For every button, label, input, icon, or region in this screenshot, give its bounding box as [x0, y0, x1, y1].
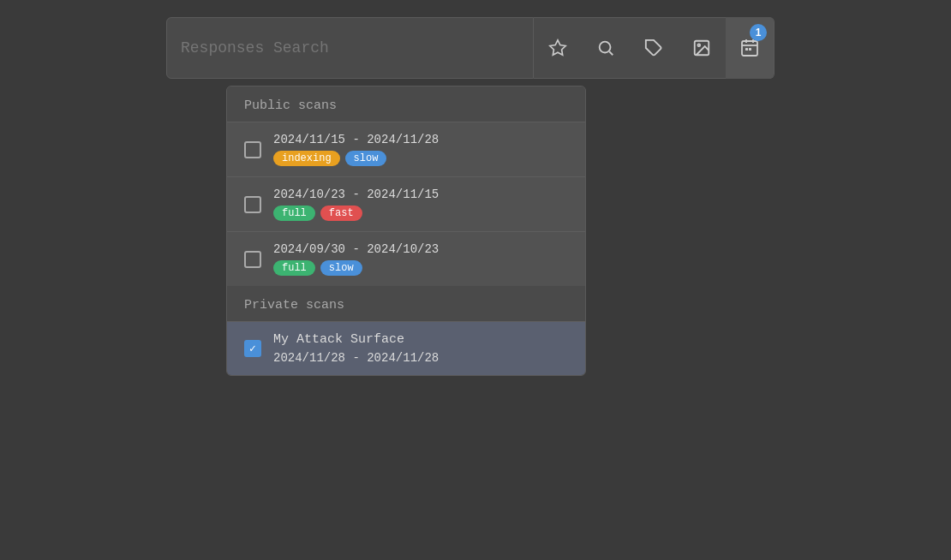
tag-full-3: full — [273, 260, 315, 276]
scan-item-public-2[interactable]: 2024/10/23 - 2024/11/15 full fast — [227, 176, 585, 231]
image-button[interactable] — [678, 17, 726, 79]
tag-full-2: full — [273, 206, 315, 221]
scan-item-public-1[interactable]: 2024/11/15 - 2024/11/28 indexing slow — [227, 122, 585, 176]
scan-date-2: 2024/10/23 - 2024/11/15 — [273, 188, 439, 201]
image-icon — [692, 39, 711, 57]
calendar-badge: 1 — [750, 24, 767, 41]
tag-indexing: indexing — [273, 151, 340, 166]
scan-date-private-1: 2024/11/28 - 2024/11/28 — [273, 351, 439, 365]
public-scans-header: Public scans — [227, 86, 585, 122]
toolbar-icons: 1 — [534, 17, 775, 79]
main-container: 1 Public scans 2024/11/15 - 2024/11/28 i… — [166, 17, 775, 376]
scan-checkbox-2[interactable] — [244, 196, 261, 213]
scan-date-3: 2024/09/30 - 2024/10/23 — [273, 242, 439, 256]
svg-marker-0 — [550, 40, 565, 55]
search-bar-row: 1 — [166, 17, 775, 79]
tag-slow-3: slow — [320, 260, 362, 276]
svg-point-5 — [697, 44, 700, 46]
scan-tags-2: full fast — [273, 206, 439, 221]
star-button[interactable] — [534, 17, 582, 79]
scan-tags-3: full slow — [273, 260, 439, 276]
search-button[interactable] — [582, 17, 630, 79]
tag-icon — [644, 39, 663, 57]
scan-info-1: 2024/11/15 - 2024/11/28 indexing slow — [273, 133, 439, 166]
private-scans-header: Private scans — [227, 286, 585, 321]
scan-info-2: 2024/10/23 - 2024/11/15 full fast — [273, 188, 439, 221]
scan-tags-1: indexing slow — [273, 151, 439, 166]
star-icon — [548, 39, 567, 57]
calendar-icon — [740, 39, 759, 57]
svg-line-2 — [609, 51, 613, 55]
search-input-container[interactable] — [166, 17, 534, 79]
scan-checkbox-1[interactable] — [244, 141, 261, 158]
search-input[interactable] — [181, 39, 519, 57]
tag-button[interactable] — [630, 17, 678, 79]
scan-item-private-1[interactable]: My Attack Surface 2024/11/28 - 2024/11/2… — [227, 321, 585, 375]
dropdown-panel: Public scans 2024/11/15 - 2024/11/28 ind… — [226, 86, 586, 376]
scan-info-private-1: My Attack Surface 2024/11/28 - 2024/11/2… — [273, 332, 439, 365]
tag-slow-1: slow — [345, 151, 387, 166]
tag-fast-2: fast — [320, 206, 362, 221]
scan-info-3: 2024/09/30 - 2024/10/23 full slow — [273, 242, 439, 276]
scan-name-private-1: My Attack Surface — [273, 332, 439, 347]
calendar-button[interactable]: 1 — [726, 17, 774, 79]
search-icon — [596, 39, 615, 57]
scan-checkbox-private-1[interactable] — [244, 340, 261, 357]
svg-point-1 — [600, 42, 611, 53]
svg-rect-10 — [745, 48, 748, 51]
svg-rect-11 — [749, 48, 751, 51]
scan-item-public-3[interactable]: 2024/09/30 - 2024/10/23 full slow — [227, 231, 585, 286]
scan-date-1: 2024/11/15 - 2024/11/28 — [273, 133, 439, 146]
scan-checkbox-3[interactable] — [244, 251, 261, 268]
